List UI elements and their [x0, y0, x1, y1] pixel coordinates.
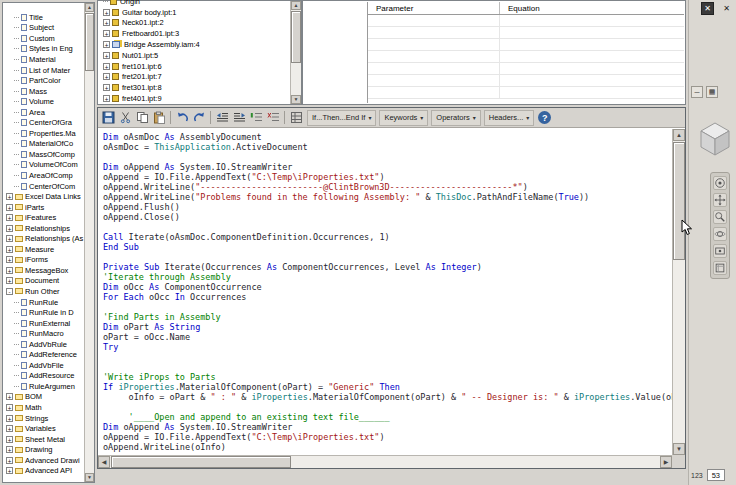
collapse-icon[interactable]: -	[6, 288, 13, 295]
sidebar-item-area[interactable]: Area	[4, 107, 84, 118]
sidebar-item-ruleargumen[interactable]: RuleArgumen	[4, 381, 84, 392]
model-item-origin[interactable]: Origin	[99, 0, 290, 7]
model-item-fret201-ipt-7[interactable]: +fret201.ipt:7	[99, 72, 290, 83]
indent-icon[interactable]	[231, 110, 247, 126]
parameter-row[interactable]	[368, 15, 684, 27]
editor-horizontal-scrollbar[interactable]: ◀ ▶	[98, 455, 672, 468]
equation-cell[interactable]	[500, 39, 684, 50]
sidebar-item-advanced-drawi[interactable]: +Advanced Drawi	[4, 455, 84, 466]
view-face-icon[interactable]	[713, 261, 727, 275]
sidebar-item-areaofcomp[interactable]: AreaOfComp	[4, 170, 84, 181]
sidebar-item-strings[interactable]: +Strings	[4, 413, 84, 424]
parameter-cell[interactable]	[368, 87, 500, 98]
collapse-icon[interactable]: ─	[691, 86, 703, 98]
outdent-icon[interactable]	[214, 110, 230, 126]
sidebar-item-subject[interactable]: Subject	[4, 23, 84, 34]
parameter-cell[interactable]	[368, 27, 500, 38]
expand-icon[interactable]: +	[6, 267, 13, 274]
equation-cell[interactable]	[500, 51, 684, 62]
list-icon[interactable]	[288, 110, 304, 126]
scrollbar-thumb[interactable]	[291, 11, 301, 63]
sidebar-item-runexternal[interactable]: RunExternal	[4, 318, 84, 329]
expand-icon[interactable]: +	[6, 204, 13, 211]
equation-cell[interactable]	[500, 75, 684, 86]
sidebar-item-properties-ma[interactable]: Properties.Ma	[4, 128, 84, 139]
expand-icon[interactable]: +	[6, 467, 13, 474]
parameter-row[interactable]	[368, 51, 684, 63]
equation-cell[interactable]	[500, 27, 684, 38]
sidebar-item-centerofgra[interactable]: CenterOfGra	[4, 117, 84, 128]
sidebar-scrollbar[interactable]: ▲ ▼	[84, 3, 94, 482]
parameter-row[interactable]	[368, 87, 684, 99]
sidebar-item-massofcomp[interactable]: MassOfComp	[4, 149, 84, 160]
grid-icon[interactable]: ▦	[706, 86, 718, 98]
view-cube[interactable]	[696, 118, 734, 160]
look-at-icon[interactable]	[713, 244, 727, 258]
scrollbar-thumb[interactable]	[111, 456, 291, 468]
parameter-row[interactable]	[368, 27, 684, 39]
expand-icon[interactable]: +	[6, 235, 13, 242]
parameter-cell[interactable]	[368, 39, 500, 50]
float-window-icon[interactable]: ✕	[701, 2, 714, 15]
sidebar-item-addreference[interactable]: AddReference	[4, 350, 84, 361]
expand-icon[interactable]: +	[6, 246, 13, 253]
copy-icon[interactable]	[134, 110, 150, 126]
model-item-bridge-assembly-iam-4[interactable]: +Bridge Assembly.iam:4	[99, 39, 290, 50]
model-item-guitar-body-ipt-1[interactable]: +Guitar body.ipt:1	[99, 7, 290, 18]
sidebar-item-measure[interactable]: +Measure	[4, 244, 84, 255]
navigation-wheel-icon[interactable]	[713, 176, 727, 190]
expand-icon[interactable]: +	[6, 225, 13, 232]
parameter-cell[interactable]	[368, 75, 500, 86]
sidebar-item-advanced-api[interactable]: +Advanced API	[4, 466, 84, 477]
expand-icon[interactable]: +	[103, 63, 110, 70]
sidebar-item-relationships-as[interactable]: +Relationships (As	[4, 233, 84, 244]
model-item-neck01-ipt-2[interactable]: +Neck01.ipt:2	[99, 18, 290, 29]
scroll-down-icon[interactable]: ▼	[673, 443, 685, 455]
parameter-row[interactable]	[368, 63, 684, 75]
parameter-cell[interactable]	[368, 15, 500, 26]
expand-icon[interactable]: +	[6, 214, 13, 221]
scroll-up-icon[interactable]: ▲	[673, 129, 685, 141]
expand-icon[interactable]: +	[6, 277, 13, 284]
equation-cell[interactable]	[500, 15, 684, 26]
pan-icon[interactable]	[713, 193, 727, 207]
sidebar-item-document[interactable]: +Document	[4, 276, 84, 287]
dropdown-operators[interactable]: Operators▾	[431, 110, 480, 126]
model-item-nut01-ipt-5[interactable]: +Nut01.ipt:5	[99, 50, 290, 61]
expand-icon[interactable]: +	[103, 9, 110, 16]
expand-icon[interactable]: +	[103, 73, 110, 80]
parameter-row[interactable]	[368, 39, 684, 51]
equation-cell[interactable]	[500, 63, 684, 74]
orbit-icon[interactable]	[713, 227, 727, 241]
sidebar-item-volume[interactable]: Volume	[4, 96, 84, 107]
dropdown-if-then-end-if[interactable]: If...Then...End If▾	[307, 110, 376, 126]
code-text[interactable]: Dim oAsmDoc As AssemblyDocumentoAsmDoc =…	[98, 129, 672, 452]
model-item-fret301-ipt-8[interactable]: +fret301.ipt:8	[99, 82, 290, 93]
model-item-fret101-ipt-6[interactable]: +fret101.ipt:6	[99, 61, 290, 72]
close-icon[interactable]: ✕	[720, 2, 733, 15]
undo-icon[interactable]	[174, 110, 190, 126]
expand-icon[interactable]: +	[6, 446, 13, 453]
sidebar-item-custom[interactable]: Custom	[4, 33, 84, 44]
scroll-down-icon[interactable]: ▼	[85, 473, 94, 482]
sidebar-item-centerofcom[interactable]: CenterOfCom	[4, 181, 84, 192]
cut-icon[interactable]	[117, 110, 133, 126]
dropdown-keywords[interactable]: Keywords▾	[379, 110, 428, 126]
scroll-down-icon[interactable]: ▼	[291, 95, 301, 104]
parameter-row[interactable]	[368, 75, 684, 87]
zoom-icon[interactable]	[713, 210, 727, 224]
sidebar-item-run-other[interactable]: -Run Other	[4, 286, 84, 297]
sidebar-item-sheet-metal[interactable]: +Sheet Metal	[4, 434, 84, 445]
sidebar-item-drawing[interactable]: +Drawing	[4, 444, 84, 455]
save-icon[interactable]	[100, 110, 116, 126]
expand-icon[interactable]: +	[6, 404, 13, 411]
help-icon[interactable]: ?	[538, 111, 551, 124]
expand-icon[interactable]: +	[103, 84, 110, 91]
expand-icon[interactable]: +	[6, 415, 13, 422]
expand-icon[interactable]: +	[6, 436, 13, 443]
redo-icon[interactable]	[191, 110, 207, 126]
sidebar-item-title[interactable]: Title	[4, 12, 84, 23]
column-header-equation[interactable]: Equation	[500, 2, 684, 14]
sidebar-item-iparts[interactable]: +iParts	[4, 202, 84, 213]
model-tree-scrollbar[interactable]: ▲ ▼	[290, 1, 301, 104]
